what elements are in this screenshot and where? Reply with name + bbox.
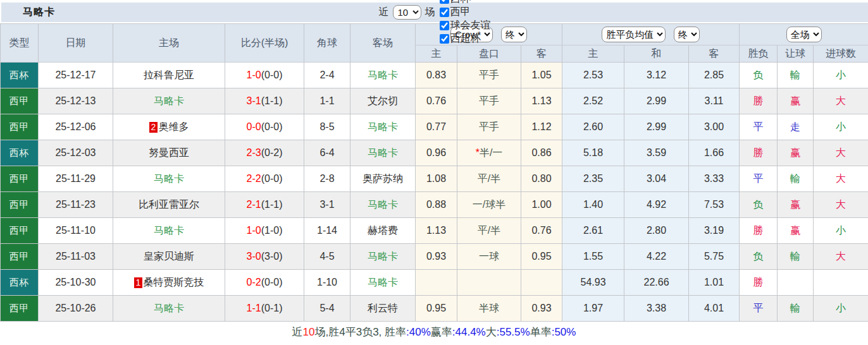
top-bar: 马略卡 近 10 场 同客西杯西甲球会友谊西超杯 <box>1 3 868 22</box>
checkbox-group-1: 西杯 <box>437 0 491 6</box>
handicap-result-cell: 輸 <box>778 63 814 88</box>
competition-checkbox[interactable] <box>440 34 449 44</box>
match-date: 25-12-06 <box>39 114 113 140</box>
avg-home-cell: 54.93 <box>562 270 624 296</box>
handicap-cell <box>457 270 521 296</box>
avg-home-cell: 2.35 <box>562 166 624 192</box>
odds-home-cell: 0.88 <box>416 192 457 218</box>
goals-result-cell: 大 <box>814 88 868 114</box>
away-team-cell: 马略卡 <box>350 192 416 218</box>
full-time-score: 0-2 <box>247 277 261 288</box>
avg-draw-cell: 3.38 <box>624 296 689 322</box>
odds-away-cell: 0.86 <box>521 140 562 166</box>
col-header-corner: 角球 <box>304 24 350 63</box>
checkbox-group-2: 西甲 <box>437 6 491 19</box>
home-team-cell: 皇家贝迪斯 <box>113 244 225 270</box>
handicap-cell: 半球 <box>457 296 521 322</box>
score-cell: 2-1(1-1) <box>225 192 304 218</box>
odds-away-cell: 0.95 <box>521 244 562 270</box>
team-name: 马略卡 <box>368 251 398 262</box>
competition-checkbox[interactable] <box>440 8 449 17</box>
handicap-result-cell: 走 <box>778 114 814 140</box>
handicap-cell: 平手 <box>457 88 521 114</box>
summary-segment: 场,胜4平3负3, 胜率 <box>315 325 407 339</box>
handicap-cell: *半/一 <box>457 140 521 166</box>
result-cell: 勝 <box>740 270 778 296</box>
team-name: 赫塔费 <box>368 225 398 236</box>
sub-header-let: 让球 <box>778 45 814 63</box>
sub-header-odds-away: 客 <box>521 45 562 63</box>
handicap-star: * <box>476 147 480 158</box>
summary-segment: 单率 <box>530 325 552 339</box>
handicap-cell: 一球 <box>457 244 521 270</box>
sub-header-avg-home: 主 <box>562 45 624 63</box>
match-date: 25-11-23 <box>39 192 113 218</box>
odds-away-cell: 1.05 <box>521 63 562 88</box>
result-cell: 勝 <box>740 140 778 166</box>
corner-cell: 6-4 <box>304 140 350 166</box>
avg-home-cell: 1.55 <box>562 244 624 270</box>
goals-result-cell: 大 <box>814 166 868 192</box>
handicap-cell: 平手 <box>457 114 521 140</box>
filter-controls: 近 10 场 同客西杯西甲球会友谊西超杯 <box>379 0 491 45</box>
page-title: 马略卡 <box>23 3 55 22</box>
avg-home-cell: 2.61 <box>562 218 624 244</box>
away-team-cell: 艾尔切 <box>350 88 416 114</box>
score-cell: 1-1(0-1) <box>225 296 304 322</box>
team-name: 利云特 <box>368 303 398 313</box>
matches-table: 类型 日期 主场 比分(半场) 角球 客场 Crow* 终 胜平负均值 终 <box>0 23 868 322</box>
match-row: 西甲25-11-03皇家贝迪斯3-0(3-0)4-5马略卡0.93一球0.951… <box>1 244 868 270</box>
odds-away-cell: 0.93 <box>521 296 562 322</box>
half-time-score: (1-1) <box>261 95 283 106</box>
match-date: 25-11-03 <box>39 244 113 270</box>
summary-segment: :55.5% <box>497 326 530 339</box>
handicap-result-cell: 赢 <box>778 192 814 218</box>
match-type-badge: 西甲 <box>1 114 39 140</box>
away-team-cell: 奥萨苏纳 <box>350 166 416 192</box>
result-group-header: 全场 <box>740 24 868 45</box>
team-name: 皇家贝迪斯 <box>144 251 194 262</box>
avg-away-cell: 1.01 <box>689 270 740 296</box>
match-type-badge: 西甲 <box>1 296 39 322</box>
half-time-score: (0-0) <box>261 121 283 132</box>
handicap-result-cell: 輸 <box>778 166 814 192</box>
avg-away-cell: 1.66 <box>689 140 740 166</box>
col-header-date: 日期 <box>39 24 113 63</box>
away-team-cell: 利云特 <box>350 296 416 322</box>
team-name: 努曼西亚 <box>149 147 189 158</box>
avg-type-select[interactable]: 胜平负均值 <box>602 27 666 42</box>
avg-draw-cell: 2.99 <box>624 88 689 114</box>
match-type-badge: 西甲 <box>1 218 39 244</box>
team-name: 马略卡 <box>154 303 184 313</box>
goals-result-cell: 小 <box>814 63 868 88</box>
odds-home-cell: 0.83 <box>416 63 457 88</box>
summary-segment: :44.4% <box>452 326 486 339</box>
avg-away-cell: 3.00 <box>689 114 740 140</box>
handicap-result-cell: 赢 <box>778 218 814 244</box>
team-name: 艾尔切 <box>368 95 398 106</box>
team-name: 马略卡 <box>368 147 398 158</box>
competition-checkbox[interactable] <box>440 21 449 30</box>
score-cell: 2-2(0-0) <box>225 166 304 192</box>
handicap-result-cell: 赢 <box>778 140 814 166</box>
half-time-score: (0-1) <box>261 303 283 313</box>
team-name: 奥萨苏纳 <box>363 173 403 184</box>
scope-select[interactable]: 全场 <box>786 27 822 42</box>
match-type-badge: 西甲 <box>1 192 39 218</box>
sub-header-goals: 进球数 <box>814 45 868 63</box>
avg-time-select[interactable]: 终 <box>674 27 700 42</box>
result-cell: 负 <box>740 244 778 270</box>
odds-home-cell: 0.77 <box>416 114 457 140</box>
avg-draw-cell: 4.92 <box>624 192 689 218</box>
goals-result-cell: 大 <box>814 192 868 218</box>
odds-away-cell: 0.76 <box>521 218 562 244</box>
match-date: 25-12-03 <box>39 140 113 166</box>
competition-checkbox[interactable] <box>440 0 449 4</box>
full-time-score: 1-0 <box>247 70 261 80</box>
odds-time-select[interactable]: 终 <box>501 27 527 42</box>
score-cell: 3-1(1-1) <box>225 88 304 114</box>
corner-cell: 2-8 <box>304 166 350 192</box>
recent-count-select[interactable]: 10 <box>393 5 421 20</box>
half-time-score: (1-0) <box>261 225 283 236</box>
half-time-score: (3-0) <box>261 251 283 262</box>
